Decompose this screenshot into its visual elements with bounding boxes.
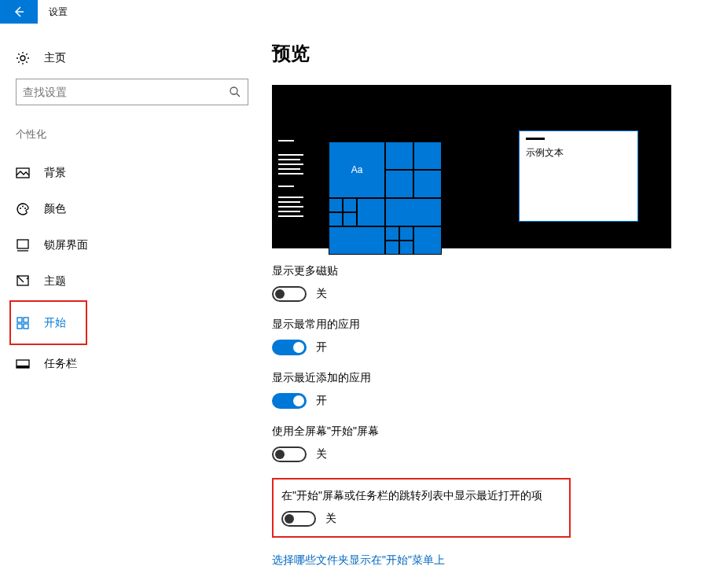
category-label: 个性化 [9, 121, 250, 156]
setting-most-used-apps: 显示最常用的应用 开 [272, 318, 709, 355]
toggle-state: 关 [325, 512, 336, 526]
toggle-jumplist-recent[interactable] [281, 511, 316, 527]
sidebar-home[interactable]: 主页 [9, 41, 250, 75]
sidebar-item-taskbar[interactable]: 任务栏 [9, 347, 250, 381]
lockscreen-icon [16, 238, 30, 252]
svg-rect-13 [17, 366, 29, 368]
sidebar-item-background[interactable]: 背景 [9, 156, 250, 190]
toggle-state: 关 [316, 447, 327, 461]
search-field[interactable] [23, 86, 219, 98]
svg-point-5 [24, 208, 26, 209]
sidebar-home-label: 主页 [44, 51, 66, 65]
preview-sample-text: 示例文本 [526, 146, 631, 160]
toggle-show-more-tiles[interactable] [272, 286, 307, 302]
sidebar: 主页 个性化 背景 颜色 锁屏界面 主题 [5, 24, 250, 588]
gear-icon [16, 51, 30, 65]
svg-rect-10 [17, 324, 22, 329]
theme-icon [16, 274, 30, 288]
toggle-state: 开 [316, 340, 327, 355]
nav-label: 背景 [44, 166, 66, 180]
svg-rect-8 [17, 318, 22, 322]
picture-icon [16, 166, 30, 180]
nav-label: 主题 [44, 274, 66, 288]
search-input[interactable] [16, 79, 248, 105]
toggle-fullscreen-start[interactable] [272, 447, 307, 462]
sidebar-item-colors[interactable]: 颜色 [9, 192, 250, 226]
toggle-most-used-apps[interactable] [272, 340, 307, 355]
nav-label: 锁屏界面 [44, 238, 88, 252]
preview-tile-aa: Aa [329, 141, 385, 198]
preview-sample-window: 示例文本 [519, 130, 638, 222]
palette-icon [16, 202, 30, 216]
setting-label: 显示最常用的应用 [272, 318, 709, 332]
preview-area: Aa 示例文本 [272, 85, 671, 248]
page-title: 预览 [272, 41, 709, 66]
svg-rect-6 [17, 240, 28, 248]
back-button[interactable] [0, 0, 38, 24]
search-icon [229, 86, 241, 98]
nav-label: 开始 [44, 316, 66, 330]
arrow-left-icon [13, 6, 25, 18]
sidebar-item-themes[interactable]: 主题 [9, 264, 250, 299]
app-title: 设置 [49, 6, 68, 19]
taskbar-icon [16, 357, 30, 371]
setting-label: 显示更多磁贴 [272, 264, 709, 278]
svg-rect-9 [24, 318, 28, 322]
setting-jumplist-recent: 在"开始"屏幕或任务栏的跳转列表中显示最近打开的项 关 [272, 478, 571, 538]
setting-label: 使用全屏幕"开始"屏幕 [272, 424, 709, 439]
toggle-state: 关 [316, 287, 327, 301]
preview-start-list [278, 140, 303, 220]
title-bar: 设置 [0, 0, 709, 24]
svg-point-3 [20, 208, 21, 209]
nav-label: 颜色 [44, 202, 66, 216]
setting-show-more-tiles: 显示更多磁贴 关 [272, 264, 709, 302]
svg-point-0 [20, 56, 25, 61]
svg-point-1 [230, 87, 237, 94]
preview-tiles: Aa [329, 141, 442, 255]
setting-recently-added: 显示最近添加的应用 开 [272, 371, 709, 409]
svg-point-4 [22, 206, 24, 208]
toggle-recently-added[interactable] [272, 393, 307, 409]
svg-rect-11 [24, 324, 28, 329]
toggle-state: 开 [316, 394, 327, 408]
nav-list: 背景 颜色 锁屏界面 主题 开始 任务栏 [9, 156, 250, 381]
main-panel: 预览 Aa [250, 24, 709, 588]
setting-label: 显示最近添加的应用 [272, 371, 709, 385]
setting-fullscreen-start: 使用全屏幕"开始"屏幕 关 [272, 424, 709, 462]
nav-label: 任务栏 [44, 357, 77, 371]
sidebar-item-lockscreen[interactable]: 锁屏界面 [9, 228, 250, 263]
setting-label: 在"开始"屏幕或任务栏的跳转列表中显示最近打开的项 [281, 489, 561, 503]
start-icon [16, 316, 30, 330]
sidebar-item-start[interactable]: 开始 [9, 300, 87, 345]
choose-folders-link[interactable]: 选择哪些文件夹显示在"开始"菜单上 [272, 553, 709, 568]
